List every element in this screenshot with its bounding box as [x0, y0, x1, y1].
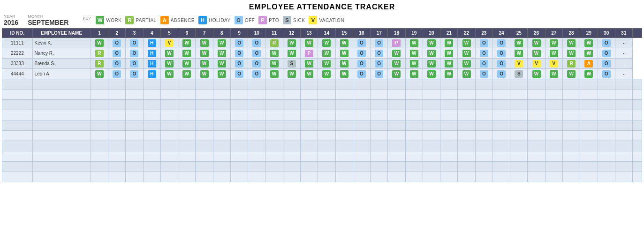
- empty-cell: [475, 90, 492, 100]
- empty-cell: [492, 141, 510, 151]
- header-day-28: 28: [562, 29, 580, 38]
- empty-cell: [545, 141, 562, 151]
- cell-name-11111: Kevin K.: [32, 38, 91, 48]
- cell-day-11111-19: W: [405, 38, 423, 48]
- empty-cell: [580, 79, 598, 90]
- empty-cell: [126, 90, 143, 100]
- empty-cell: [562, 100, 580, 110]
- day-badge: R: [270, 39, 279, 47]
- cell-day-33333-1: R: [91, 59, 108, 69]
- empty-cell: [405, 90, 423, 100]
- empty-cell: [230, 90, 248, 100]
- empty-cell: [318, 110, 335, 120]
- empty-cell: [178, 131, 196, 141]
- day-badge: W: [410, 39, 418, 47]
- empty-cell: [178, 110, 196, 120]
- empty-cell: [528, 162, 545, 172]
- empty-cell: [528, 100, 545, 110]
- empty-cell: [178, 151, 196, 162]
- cell-day-11111-6: W: [178, 38, 196, 48]
- empty-cell: [440, 151, 458, 162]
- cell-day-11111-28: W: [562, 38, 580, 48]
- empty-cell: [318, 162, 335, 172]
- empty-cell: [353, 151, 370, 162]
- header-day-27: 27: [545, 29, 562, 38]
- cell-day-22222-7: W: [196, 48, 213, 59]
- cell-day-22222-1: R: [91, 48, 108, 59]
- empty-cell: [528, 131, 545, 141]
- empty-cell: [283, 79, 300, 90]
- empty-cell: [580, 90, 598, 100]
- header-day-29: 29: [580, 29, 598, 38]
- empty-cell: [371, 100, 388, 110]
- empty-cell: [230, 120, 248, 131]
- empty-cell: [91, 162, 108, 172]
- empty-cell: [615, 110, 632, 120]
- day-badge: O: [602, 50, 611, 57]
- empty-cell: [32, 141, 91, 151]
- cell-day-11111-17: O: [371, 38, 388, 48]
- day-badge: P: [305, 50, 313, 57]
- day-badge: W: [182, 60, 191, 67]
- day-badge: W: [584, 39, 593, 47]
- empty-cell: [32, 131, 91, 141]
- empty-cell: [423, 120, 440, 131]
- empty-cell: [265, 172, 283, 182]
- key-badge-v: V: [309, 16, 317, 24]
- empty-cell: [545, 120, 562, 131]
- cell-day-33333-27: V: [545, 59, 562, 69]
- empty-cell: [371, 120, 388, 131]
- empty-cell: [301, 110, 318, 120]
- empty-cell: [545, 172, 562, 182]
- cell-day-44444-28: W: [562, 69, 580, 79]
- empty-cell: [91, 79, 108, 90]
- empty-cell: [510, 90, 528, 100]
- empty-cell: [562, 131, 580, 141]
- key-badge-r: R: [125, 16, 134, 24]
- empty-cell: [475, 151, 492, 162]
- day-badge: O: [252, 60, 261, 67]
- empty-cell: [248, 141, 265, 151]
- day-badge: H: [148, 70, 156, 78]
- day-badge: W: [445, 70, 453, 78]
- day-badge: W: [270, 60, 279, 67]
- year-label: YEAR: [4, 14, 18, 19]
- day-badge: W: [218, 39, 226, 47]
- key-item-a: AABSENCE: [160, 16, 195, 24]
- empty-cell: [458, 172, 475, 182]
- empty-cell: [475, 131, 492, 141]
- empty-cell: [2, 79, 33, 90]
- day-badge: W: [427, 39, 436, 47]
- empty-cell: [160, 162, 178, 172]
- cell-day-11111-23: O: [475, 38, 492, 48]
- empty-cell: [423, 162, 440, 172]
- cell-day-44444-24: O: [492, 69, 510, 79]
- year-group: YEAR 2016: [4, 14, 18, 26]
- empty-cell: [510, 151, 528, 162]
- empty-cell: [475, 162, 492, 172]
- day-badge: R: [567, 60, 576, 67]
- day-badge: W: [218, 70, 226, 78]
- empty-cell: [196, 110, 213, 120]
- header-day-2: 2: [108, 29, 126, 38]
- empty-cell: [265, 131, 283, 141]
- key-item-h: HHOLIDAY: [198, 16, 231, 24]
- empty-cell: [265, 151, 283, 162]
- empty-cell: [160, 172, 178, 182]
- header-day-31: 31: [615, 29, 632, 38]
- header-day-11: 11: [265, 29, 283, 38]
- empty-cell: [528, 120, 545, 131]
- cell-day-33333-15: W: [335, 59, 353, 69]
- empty-cell: [213, 151, 230, 162]
- cell-day-22222-6: W: [178, 48, 196, 59]
- header-day-16: 16: [353, 29, 370, 38]
- header-day-18: 18: [388, 29, 405, 38]
- empty-cell: [196, 100, 213, 110]
- empty-cell: [545, 131, 562, 141]
- empty-cell: [458, 120, 475, 131]
- day-badge: O: [497, 70, 506, 78]
- empty-cell: [633, 79, 642, 90]
- empty-cell: [318, 141, 335, 151]
- cell-day-44444-7: W: [196, 69, 213, 79]
- day-badge: W: [322, 60, 331, 67]
